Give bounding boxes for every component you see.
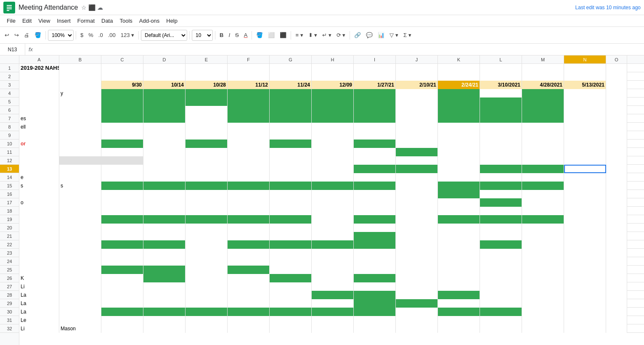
cell-C19[interactable]	[101, 215, 143, 224]
cell-G27[interactable]	[270, 282, 312, 291]
cell-M28[interactable]	[522, 291, 564, 299]
row-num-5[interactable]: 5	[0, 97, 19, 106]
cell-D32[interactable]	[143, 324, 186, 333]
cell-E2[interactable]	[186, 72, 228, 81]
cell-D28[interactable]	[143, 291, 186, 299]
cell-O30[interactable]	[606, 308, 627, 316]
cell-L31[interactable]	[480, 316, 522, 324]
cell-G22[interactable]	[270, 240, 312, 249]
row-num-29[interactable]: 29	[0, 299, 19, 308]
col-header-K[interactable]: K	[438, 55, 480, 63]
row-num-30[interactable]: 30	[0, 308, 19, 316]
cell-H17[interactable]	[312, 198, 354, 207]
currency-button[interactable]: $	[78, 31, 85, 40]
cell-M5[interactable]	[522, 97, 564, 106]
row-num-24[interactable]: 24	[0, 257, 19, 266]
cell-C9[interactable]	[101, 131, 143, 140]
link-button[interactable]: 🔗	[352, 31, 363, 40]
cell-O5[interactable]	[606, 97, 627, 106]
cell-E23[interactable]	[186, 249, 228, 257]
cell-O7[interactable]	[606, 114, 627, 123]
cell-L14[interactable]	[480, 173, 522, 182]
cell-D9[interactable]	[143, 131, 186, 140]
row-num-28[interactable]: 28	[0, 291, 19, 299]
cell-M4[interactable]	[522, 89, 564, 97]
cell-B3[interactable]	[59, 81, 101, 89]
cell-M18[interactable]	[522, 207, 564, 215]
align-vert-button[interactable]: ⬍ ▾	[306, 31, 320, 40]
cell-H25[interactable]	[312, 266, 354, 274]
cell-L28[interactable]	[480, 291, 522, 299]
cell-D24[interactable]	[143, 257, 186, 266]
cell-N4[interactable]	[564, 89, 606, 97]
cell-L20[interactable]	[480, 224, 522, 232]
cell-J32[interactable]	[396, 324, 438, 333]
cell-E13[interactable]	[186, 165, 228, 173]
cell-K8[interactable]	[438, 123, 480, 131]
cell-D11[interactable]	[143, 148, 186, 156]
cell-I11[interactable]	[354, 148, 396, 156]
cell-K26[interactable]	[438, 274, 480, 282]
cell-F8[interactable]	[228, 123, 270, 131]
cell-C7[interactable]	[101, 114, 143, 123]
cell-I12[interactable]	[354, 156, 396, 165]
cell-K6[interactable]	[438, 106, 480, 114]
cell-F5[interactable]	[228, 97, 270, 106]
borders-button[interactable]: ⬜	[266, 31, 277, 40]
cell-O20[interactable]	[606, 224, 627, 232]
cell-L16[interactable]	[480, 190, 522, 198]
cell-E31[interactable]	[186, 316, 228, 324]
cell-F19[interactable]	[228, 215, 270, 224]
cell-C3[interactable]: 9/30	[101, 81, 143, 89]
cell-A6[interactable]	[19, 106, 59, 114]
cell-F6[interactable]	[228, 106, 270, 114]
cell-M10[interactable]	[522, 140, 564, 148]
cell-O16[interactable]	[606, 190, 627, 198]
cell-N20[interactable]	[564, 224, 606, 232]
cell-F4[interactable]	[228, 89, 270, 97]
cell-N3[interactable]: 5/13/2021	[564, 81, 606, 89]
cell-G18[interactable]	[270, 207, 312, 215]
cell-M24[interactable]	[522, 257, 564, 266]
cell-J10[interactable]	[396, 140, 438, 148]
cell-L5[interactable]	[480, 97, 522, 106]
cell-A20[interactable]	[19, 224, 59, 232]
cell-B17[interactable]	[59, 198, 101, 207]
row-num-18[interactable]: 18	[0, 207, 19, 215]
cell-M31[interactable]	[522, 316, 564, 324]
col-header-J[interactable]: J	[396, 55, 438, 63]
cell-K25[interactable]	[438, 266, 480, 274]
cell-H7[interactable]	[312, 114, 354, 123]
cell-B7[interactable]	[59, 114, 101, 123]
cell-K19[interactable]	[438, 215, 480, 224]
cell-M8[interactable]	[522, 123, 564, 131]
cell-L17[interactable]	[480, 198, 522, 207]
cell-I20[interactable]	[354, 224, 396, 232]
more-formats-button[interactable]: 123 ▾	[119, 31, 136, 40]
cell-H1[interactable]	[312, 64, 354, 72]
cell-I5[interactable]	[354, 97, 396, 106]
cell-O8[interactable]	[606, 123, 627, 131]
cell-A22[interactable]	[19, 240, 59, 249]
cell-G19[interactable]	[270, 215, 312, 224]
cell-H29[interactable]	[312, 299, 354, 308]
cell-A16[interactable]	[19, 190, 59, 198]
cell-J9[interactable]	[396, 131, 438, 140]
cell-J30[interactable]	[396, 308, 438, 316]
cell-D2[interactable]	[143, 72, 186, 81]
cell-A25[interactable]	[19, 266, 59, 274]
cell-E7[interactable]	[186, 114, 228, 123]
cell-F14[interactable]	[228, 173, 270, 182]
cell-B6[interactable]	[59, 106, 101, 114]
menu-data[interactable]: Data	[98, 17, 116, 25]
cell-N8[interactable]	[564, 123, 606, 131]
cell-M29[interactable]	[522, 299, 564, 308]
cell-H22[interactable]	[312, 240, 354, 249]
cell-D12[interactable]	[143, 156, 186, 165]
cell-F18[interactable]	[228, 207, 270, 215]
cell-C6[interactable]	[101, 106, 143, 114]
cell-A13[interactable]	[19, 165, 59, 173]
cell-O32[interactable]	[606, 324, 627, 333]
cell-N11[interactable]	[564, 148, 606, 156]
col-header-G[interactable]: G	[270, 55, 312, 63]
